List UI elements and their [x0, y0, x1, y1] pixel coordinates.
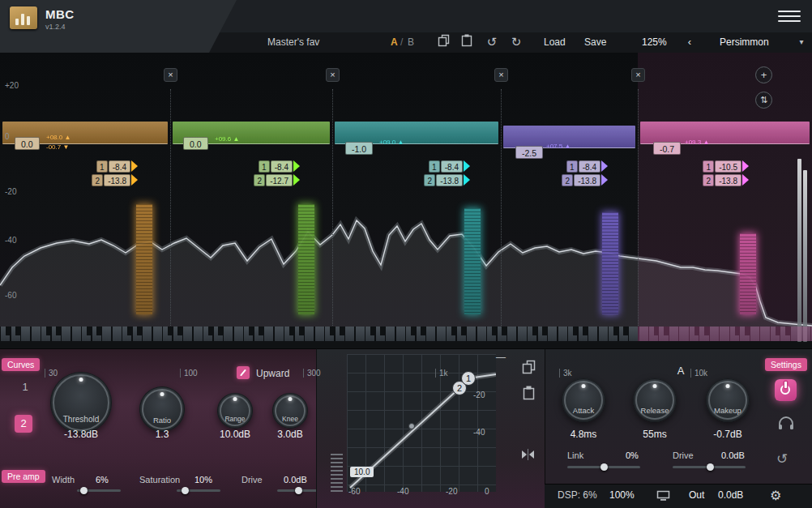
save-button[interactable]: Save — [584, 36, 606, 49]
undo-icon[interactable]: ↺ — [485, 34, 499, 50]
ui-scale-value[interactable]: 100% — [609, 489, 635, 501]
threshold-marker[interactable]: 1 -8.4 — [259, 160, 300, 173]
knob-label: Range — [217, 415, 253, 423]
band-meter — [464, 208, 481, 314]
link-slider[interactable] — [567, 466, 640, 468]
app-version: v1.2.4 — [45, 23, 66, 31]
upward-checkbox[interactable] — [237, 366, 250, 379]
gear-icon[interactable]: ⚙ — [770, 488, 781, 503]
band-header[interactable] — [640, 122, 810, 144]
threshold-value: -8.4 — [441, 160, 463, 173]
remove-band-button[interactable]: × — [164, 68, 177, 82]
preamp-drive-value: 0.0dB — [284, 475, 307, 485]
band-header[interactable] — [335, 122, 498, 144]
range-knob[interactable]: Range — [217, 393, 253, 429]
power-button[interactable] — [775, 379, 797, 401]
band-gain-chip[interactable]: -1.0 — [345, 142, 373, 155]
width-slider[interactable] — [77, 489, 121, 492]
settings-badge[interactable]: Settings — [765, 358, 807, 371]
threshold-marker[interactable]: 2 -13.8 — [92, 173, 138, 186]
band-gain-chip[interactable]: 0.0 — [15, 137, 40, 150]
dsp-load: DSP: 6% — [558, 489, 597, 501]
piano-keyboard[interactable] — [0, 327, 812, 341]
band-4: -2.5 +07.5 ▲ 1 -8.4 2 -13.8 — [501, 53, 638, 341]
threshold-marker[interactable]: 1 -8.4 — [566, 160, 608, 173]
threshold-marker[interactable]: 1 -8.4 — [96, 160, 138, 173]
threshold-number: 1 — [96, 160, 108, 173]
threshold-number: 1 — [429, 160, 440, 173]
threshold-flag-icon — [742, 174, 749, 186]
copy-icon[interactable] — [438, 34, 452, 50]
redo-icon[interactable]: ↻ — [509, 34, 524, 50]
freq-label: 100 — [180, 369, 198, 378]
preset-name[interactable]: Master's fav — [267, 36, 319, 49]
curve-point-1[interactable]: 1 — [461, 371, 476, 386]
threshold-value: -13.8 — [715, 174, 741, 186]
preamp-badge: Pre amp — [2, 470, 45, 483]
ab-toggle-b[interactable]: B — [408, 36, 414, 49]
copy-curve-icon[interactable] — [522, 360, 536, 374]
dyn-drive-label: Drive — [673, 450, 694, 460]
attack-knob[interactable]: Attack — [562, 378, 605, 422]
link-value: 0% — [626, 450, 639, 460]
threshold-value: -10.5 — [715, 160, 741, 173]
compressor-select-1[interactable]: 1 — [16, 381, 34, 393]
makeup-knob[interactable]: Makeup — [706, 378, 750, 422]
input-level-meter — [331, 454, 343, 493]
ab-toggle-a[interactable]: A — [391, 36, 398, 49]
curve-mid-handle[interactable] — [408, 423, 415, 429]
band-gain-chip[interactable]: -0.7 — [653, 142, 681, 155]
knee-knob[interactable]: Knee — [272, 393, 308, 429]
band-scale-icon[interactable]: ⇅ — [755, 92, 772, 109]
band-gain-chip[interactable]: 0.0 — [183, 137, 208, 150]
menu-icon[interactable] — [778, 11, 801, 23]
threshold-value: -8.4 — [109, 160, 130, 173]
headphones-icon[interactable] — [777, 415, 795, 431]
threshold-marker[interactable]: 2 -13.8 — [562, 173, 608, 186]
paste-icon[interactable] — [461, 34, 476, 50]
band-3: -1.0 +09.0 ▲ 1 -8.4 2 -13.8 — [332, 53, 501, 341]
threshold-marker[interactable]: 1 -10.5 — [703, 160, 749, 173]
knob-label: Ratio — [139, 416, 185, 425]
add-band-button[interactable]: + — [755, 66, 772, 83]
knob-label: Makeup — [706, 406, 750, 415]
theme-name[interactable]: Persimmon — [720, 36, 769, 49]
zoom-level[interactable]: 125% — [642, 36, 667, 49]
threshold-marker[interactable]: 2 -12.7 — [254, 173, 300, 186]
graph-x-label: 0 — [485, 487, 489, 496]
spectrum-display[interactable]: +20 0 -20 -40 -60 × × × × + ⇅ 0.0 +08.0 … — [0, 53, 812, 341]
load-button[interactable]: Load — [544, 36, 566, 49]
ratio-knob[interactable]: Ratio — [139, 386, 185, 432]
threshold-marker[interactable]: 2 -13.8 — [424, 173, 470, 186]
out-gain-value[interactable]: 0.0dB — [718, 489, 743, 501]
dyn-drive-value: 0.0dB — [721, 450, 745, 460]
paste-curve-icon[interactable] — [523, 386, 535, 400]
mirror-curve-icon[interactable] — [520, 447, 536, 462]
freq-label: 300 — [303, 369, 321, 378]
remove-band-button[interactable]: × — [631, 68, 645, 82]
threshold-marker[interactable]: 1 -8.4 — [429, 160, 470, 173]
collapse-graph-icon[interactable]: — — [496, 352, 506, 363]
sync-icon[interactable]: ↺ — [776, 450, 788, 467]
preamp-drive-slider[interactable] — [277, 489, 321, 492]
compressor-select-2[interactable]: 2 — [15, 415, 32, 433]
dyn-drive-slider[interactable] — [673, 466, 746, 468]
remove-band-button[interactable]: × — [494, 68, 508, 82]
makeup-value: -0.7dB — [695, 429, 760, 440]
release-knob[interactable]: Release — [633, 378, 677, 422]
window-scale-icon[interactable] — [656, 490, 670, 502]
band-gain-chip[interactable]: -2.5 — [515, 146, 543, 159]
band-meter — [740, 233, 756, 314]
prev-theme-icon[interactable]: ‹ — [685, 34, 694, 50]
band-meter — [136, 204, 152, 314]
theme-dropdown-icon[interactable]: ▾ — [796, 34, 807, 50]
width-label: Width — [52, 475, 75, 485]
remove-band-button[interactable]: × — [326, 68, 340, 82]
release-value: 55ms — [622, 429, 687, 440]
threshold-knob[interactable]: Threshold — [50, 372, 112, 433]
saturation-slider[interactable] — [177, 489, 220, 492]
threshold-flag-icon — [601, 174, 608, 186]
ratio-value: 1.3 — [130, 429, 194, 440]
threshold-marker[interactable]: 2 -13.8 — [703, 173, 749, 186]
threshold-value: -12.7 — [266, 174, 293, 186]
